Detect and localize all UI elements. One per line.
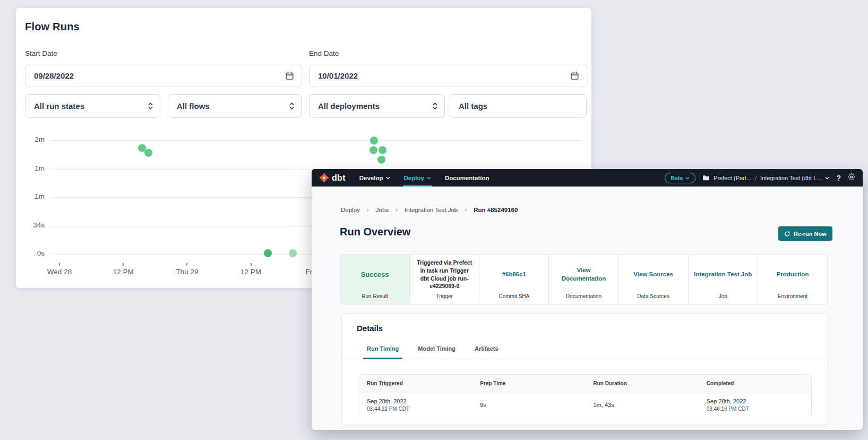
gear-icon[interactable]	[848, 173, 855, 182]
y-gridline	[50, 140, 581, 141]
x-tick-mark	[123, 263, 124, 266]
breadcrumb-jobs[interactable]: Jobs	[376, 207, 389, 213]
x-tick-label: Wed 28	[37, 268, 82, 276]
commit-sha-link[interactable]: #6b86c1	[502, 270, 526, 279]
breadcrumb-separator: ›	[465, 206, 467, 214]
card-commit-sha[interactable]: #6b86c1 Commit SHA	[479, 255, 548, 304]
card-data-sources[interactable]: View Sources Data Sources	[618, 255, 688, 304]
flow-run-dot[interactable]	[379, 146, 386, 154]
col-completed: Completed	[698, 380, 811, 386]
card-run-result: Success Run Result	[340, 255, 409, 304]
dbt-logo-text: dbt	[332, 173, 346, 183]
y-tick-label: 1m	[20, 192, 45, 200]
y-tick-label: 2m	[20, 136, 45, 143]
details-panel: Details Run Timing Model Timing Artifact…	[341, 313, 828, 425]
y-tick-label: 34s	[20, 221, 45, 229]
card-documentation[interactable]: View Documentation Documentation	[548, 255, 618, 304]
beta-dropdown[interactable]: Beta	[665, 173, 695, 183]
view-documentation-link[interactable]: View Documentation	[554, 266, 613, 283]
tab-artifacts[interactable]: Artifacts	[475, 343, 499, 359]
y-tick-label: 1m	[20, 164, 45, 172]
run-timing-table: Run Triggered Prep Time Run Duration Com…	[358, 374, 812, 418]
x-tick-label: 12 PM	[229, 268, 273, 276]
flow-run-dot[interactable]	[369, 146, 377, 154]
flow-run-dot[interactable]	[264, 249, 272, 257]
chevron-down-icon	[685, 176, 690, 180]
nav-develop[interactable]: Develop	[359, 169, 390, 187]
run-overview-content: Deploy › Jobs › Integration Test Job › R…	[312, 187, 863, 430]
table-header-row: Run Triggered Prep Time Run Duration Com…	[358, 375, 811, 392]
breadcrumb-job-name[interactable]: Integration Test Job	[405, 207, 458, 213]
chevron-down-icon	[386, 176, 390, 180]
cell-completed: Sep 28th, 2022 03:46:16 PM CDT	[698, 398, 811, 412]
breadcrumb-deploy[interactable]: Deploy	[341, 207, 360, 213]
dbt-top-bar: dbt Develop Deploy Documentation Beta	[312, 169, 863, 187]
nav-deploy[interactable]: Deploy	[404, 169, 431, 187]
breadcrumb-separator: ›	[367, 206, 369, 214]
dbt-cloud-window: dbt Develop Deploy Documentation Beta	[312, 169, 863, 430]
x-tick-mark	[186, 263, 187, 266]
breadcrumb-run-id: Run #85249160	[474, 207, 518, 213]
cell-run-duration: 1m, 43s	[585, 402, 698, 408]
trigger-description: Triggered via Prefect in task run Trigge…	[415, 259, 474, 290]
col-run-triggered: Run Triggered	[358, 380, 471, 386]
cell-run-triggered: Sep 28th, 2022 03:44:22 PM CDT	[358, 398, 471, 412]
run-overview-title: Run Overview	[340, 226, 410, 238]
breadcrumb: Deploy › Jobs › Integration Test Job › R…	[341, 206, 518, 214]
environment-link[interactable]: Production	[777, 270, 809, 279]
view-sources-link[interactable]: View Sources	[633, 270, 673, 279]
project-name: Integration Test (dbt L...	[760, 175, 821, 181]
card-environment[interactable]: Production Environment	[758, 255, 827, 304]
col-prep-time: Prep Time	[471, 380, 585, 386]
flow-run-dot[interactable]	[144, 149, 152, 157]
top-bar-right: Beta Prefect (Part... / Integration Test…	[665, 173, 855, 183]
chevron-down-icon	[825, 176, 829, 180]
chevron-down-icon	[427, 176, 431, 180]
y-tick-label: 0s	[20, 249, 45, 257]
rerun-now-button[interactable]: Re-run Now	[778, 226, 832, 241]
status-badge: Success	[361, 270, 389, 278]
x-tick-label: Thu 29	[165, 268, 209, 276]
details-heading: Details	[357, 324, 383, 333]
tab-model-timing[interactable]: Model Timing	[418, 343, 456, 359]
dbt-logo[interactable]: dbt	[319, 173, 346, 183]
account-name: Prefect (Part...	[714, 175, 751, 181]
card-trigger: Triggered via Prefect in task run Trigge…	[409, 255, 479, 304]
x-tick-mark	[251, 263, 252, 266]
nav-documentation[interactable]: Documentation	[445, 169, 489, 187]
flow-run-dot[interactable]	[370, 137, 378, 145]
table-row: Sep 28th, 2022 03:44:22 PM CDT 9s 1m, 43…	[358, 392, 811, 418]
breadcrumb-separator: ›	[396, 206, 398, 214]
flow-run-dot[interactable]	[377, 156, 385, 164]
card-job[interactable]: Integration Test Job Job	[688, 255, 758, 304]
cell-prep-time: 9s	[471, 402, 585, 408]
refresh-icon	[784, 231, 790, 237]
tab-run-timing[interactable]: Run Timing	[367, 343, 399, 359]
dbt-logo-icon	[319, 173, 329, 183]
run-status-cards: Success Run Result Triggered via Prefect…	[340, 254, 828, 304]
x-tick-mark	[59, 263, 60, 266]
account-project-switcher[interactable]: Prefect (Part... / Integration Test (dbt…	[702, 175, 829, 181]
folder-icon	[702, 175, 710, 181]
col-run-duration: Run Duration	[585, 380, 698, 386]
account-separator: /	[755, 175, 757, 181]
x-tick-label: 12 PM	[101, 268, 145, 276]
details-tabs: Run Timing Model Timing Artifacts	[342, 343, 828, 359]
desktop: Flow Runs Start Date 09/28/2022 End Date…	[0, 0, 868, 440]
job-link[interactable]: Integration Test Job	[694, 270, 752, 279]
flow-run-dot[interactable]	[289, 249, 297, 257]
help-icon[interactable]: ?	[836, 174, 841, 182]
